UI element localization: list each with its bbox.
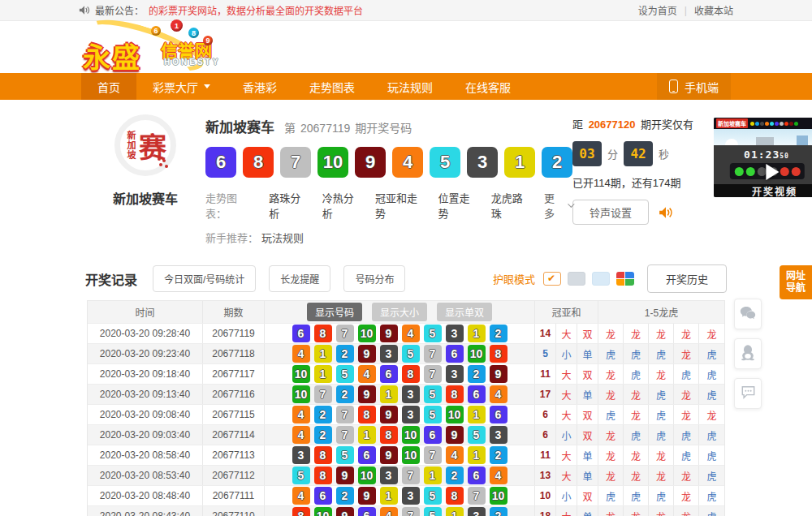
lottery-ball: 2 — [542, 147, 572, 178]
lottery-ball: 6 — [380, 365, 398, 383]
cell-big-small: 大 — [556, 405, 577, 424]
floater-line1: 网址 — [786, 270, 806, 282]
wechat-icon — [740, 306, 756, 323]
cell-numbers: 42718106953 — [265, 425, 535, 445]
announcement-text: 的彩票开奖网站，数据分析最全面的开奖数据平台 — [149, 3, 363, 17]
cell-issue: 20677119 — [203, 324, 265, 343]
lottery-ball: 2 — [336, 345, 354, 363]
cell-odd-even: 单 — [577, 445, 598, 465]
record-action-button[interactable]: 号码分布 — [343, 265, 405, 292]
cell-dragon-tiger: 龙 — [649, 324, 674, 343]
results-table: 时间 期数 显示号码显示大小显示单双 冠亚和 1-5龙虎 2020-03-20 … — [87, 300, 725, 516]
eye-mode-swatch-white[interactable] — [543, 272, 561, 286]
site-nav-floater[interactable]: 网址 导航 — [780, 265, 812, 299]
cell-odd-even: 单 — [577, 506, 598, 516]
table-row: 2020-03-20 08:58:40206771133856910741211… — [88, 445, 724, 465]
lottery-ball: 6 — [424, 426, 442, 444]
cell-dragon-tiger: 龙 — [674, 486, 699, 505]
cell-dragon-tiger: 虎 — [649, 425, 674, 445]
play-icon[interactable] — [766, 164, 779, 180]
lottery-ball: 4 — [490, 467, 508, 484]
lottery-ball: 10 — [468, 345, 486, 363]
wechat-floater[interactable] — [734, 299, 762, 329]
lottery-ball: 3 — [380, 345, 398, 363]
favorite-link[interactable]: 收藏本站 — [694, 3, 733, 17]
draw-title: 新加坡赛车 第 20677119 期开奖号码 — [205, 116, 572, 136]
trend-link[interactable]: 路珠分析 — [269, 190, 308, 221]
cell-odd-even: 单 — [577, 385, 598, 404]
record-action-button[interactable]: 长龙提醒 — [269, 265, 330, 292]
display-toggle-button[interactable]: 显示单双 — [437, 303, 492, 321]
trend-link[interactable]: 龙虎路珠 — [491, 190, 530, 221]
lottery-ball: 2 — [314, 426, 332, 444]
eye-mode-swatch-blue[interactable] — [592, 272, 610, 286]
lottery-ball: 1 — [380, 385, 398, 403]
table-row: 2020-03-20 08:43:40206771108109647513218… — [88, 505, 724, 516]
draw-video-thumbnail[interactable]: 新加坡赛车 01:2350 开奖视频 — [714, 118, 812, 197]
nav-item[interactable]: 彩票大厅 — [136, 73, 227, 100]
trend-link[interactable]: 冠亚和走势 — [375, 190, 424, 221]
lottery-name: 新加坡赛车 — [85, 188, 205, 208]
mobile-version-button[interactable]: 手机端 — [657, 73, 731, 100]
nav-item[interactable]: 走势图表 — [293, 73, 371, 100]
lottery-ball: 4 — [358, 365, 376, 383]
sound-on-icon[interactable] — [659, 206, 673, 219]
cell-dragon-tiger: 虎 — [624, 364, 649, 384]
lottery-ball: 3 — [467, 147, 498, 178]
display-toggle-button[interactable]: 显示大小 — [372, 303, 427, 321]
cell-big-small: 大 — [556, 466, 577, 485]
set-home-link[interactable]: 设为首页 — [638, 3, 677, 17]
countdown-seconds: 42 — [624, 141, 653, 166]
lottery-ball: 2 — [336, 385, 354, 403]
message-floater[interactable] — [734, 378, 762, 409]
nav-item[interactable]: 在线客服 — [449, 73, 527, 100]
rules-link[interactable]: 玩法规则 — [261, 230, 304, 245]
history-button[interactable]: 开奖历史 — [647, 264, 727, 293]
cell-dragon-tiger: 龙 — [674, 385, 699, 404]
lottery-ball: 3 — [380, 467, 398, 484]
issue-suffix: 期开奖号码 — [355, 119, 412, 135]
cell-issue: 20677115 — [203, 405, 265, 424]
nav-item[interactable]: 玩法规则 — [371, 73, 449, 100]
lottery-ball: 9 — [355, 147, 386, 178]
cell-dragon-tiger: 龙 — [674, 405, 699, 424]
qq-floater[interactable] — [734, 338, 762, 369]
trend-label: 走势图表： — [205, 190, 255, 221]
record-action-button[interactable]: 今日双面/号码统计 — [153, 265, 256, 292]
cell-sum: 17 — [535, 385, 556, 404]
cell-time: 2020-03-20 09:28:40 — [88, 324, 203, 343]
cell-sum: 5 — [535, 344, 556, 363]
lottery-ball: 8 — [490, 345, 508, 363]
cell-numbers: 41293576108 — [265, 344, 535, 363]
lottery-ball: 7 — [336, 406, 354, 424]
table-row: 2020-03-20 09:18:40206771171015468732911… — [88, 363, 724, 384]
eye-mode-swatch-gray[interactable] — [568, 272, 585, 286]
trend-links: 路珠分析冷热分析冠亚和走势位置走势龙虎路珠 — [269, 190, 530, 221]
more-link[interactable]: 更多 — [544, 190, 572, 221]
badge-vertical-text: 新加坡 — [124, 131, 137, 160]
nav-item[interactable]: 香港彩 — [227, 73, 293, 100]
lottery-ball: 7 — [336, 426, 354, 444]
cell-big-small: 大 — [556, 506, 577, 516]
bell-settings-button[interactable]: 铃声设置 — [572, 200, 649, 225]
cell-big-small: 大 — [556, 364, 577, 384]
trend-link[interactable]: 位置走势 — [438, 190, 477, 221]
cell-odd-even: 双 — [577, 324, 598, 343]
cell-numbers: 10154687329 — [265, 364, 535, 384]
trend-link[interactable]: 冷热分析 — [322, 190, 361, 221]
record-buttons: 今日双面/号码统计长龙提醒号码分布 — [153, 265, 405, 292]
cell-dragon-tiger: 虎 — [674, 425, 699, 445]
eye-mode-swatch-colorful[interactable] — [616, 272, 634, 286]
floater-line2: 导航 — [786, 282, 806, 295]
cell-dragon-tiger: 龙 — [598, 506, 624, 516]
nav-item[interactable]: 首页 — [81, 73, 136, 100]
lottery-ball: 5 — [424, 487, 442, 505]
lottery-ball: 3 — [402, 487, 420, 505]
lottery-ball: 5 — [292, 467, 310, 484]
lottery-ball: 3 — [446, 325, 464, 342]
logo-ball: 1 — [171, 19, 183, 32]
cell-numbers: 46291358710 — [265, 486, 535, 505]
display-toggle-button[interactable]: 显示号码 — [307, 303, 362, 321]
lottery-ball: 8 — [292, 507, 310, 516]
lottery-ball: 7 — [336, 325, 354, 342]
